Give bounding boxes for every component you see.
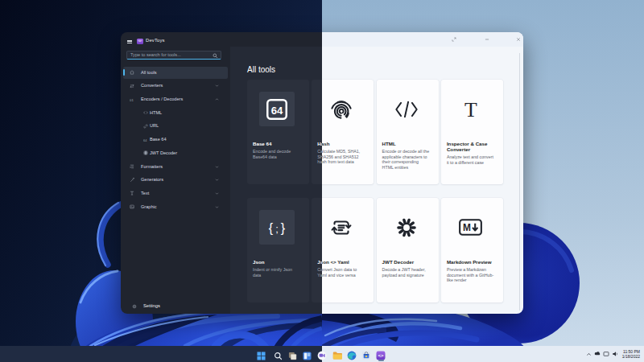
svg-text:64: 64 bbox=[143, 138, 147, 142]
svg-text:T: T bbox=[464, 98, 477, 121]
svg-text:;: ; bbox=[275, 222, 279, 234]
svg-text:}: } bbox=[281, 220, 286, 234]
svg-text:<>: <> bbox=[378, 353, 384, 358]
svg-text:M: M bbox=[463, 222, 471, 233]
svg-text:64: 64 bbox=[271, 104, 283, 116]
svg-text:01: 01 bbox=[130, 97, 134, 101]
svg-text:{: { bbox=[269, 220, 274, 234]
